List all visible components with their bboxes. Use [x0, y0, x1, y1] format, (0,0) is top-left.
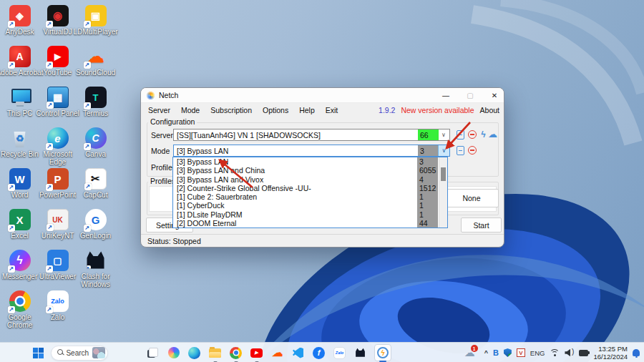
desktop-icon-powerpoint[interactable]: P↗PowerPoint — [39, 165, 77, 206]
thispc-icon — [9, 87, 31, 108]
mode-option-label: [2] Counter-Strike Global Offensive -UU- — [173, 184, 311, 192]
mode-option[interactable]: [3] Bypass LAN and China6055 — [173, 166, 447, 175]
menu-about[interactable]: About — [480, 106, 499, 114]
desktop-icon-ldmultiplayer[interactable]: ▣↗LDMultiPlayer — [77, 2, 114, 43]
menu-mode[interactable]: Mode — [181, 106, 200, 114]
server-value: [SS][TuanAnh4G] VN 1 [SHADOWSOCKS] — [177, 131, 321, 140]
taskbar-search[interactable]: Search — [51, 346, 108, 361]
mode-option[interactable]: [3] Bypass LAN and Vivox4 — [173, 175, 447, 184]
desktop-icon-canva[interactable]: C↗Canva — [77, 124, 114, 165]
close-button[interactable]: ✕ — [489, 90, 500, 101]
tray-expand-icon[interactable]: ^ — [484, 349, 488, 356]
taskbar-edge-icon[interactable] — [187, 346, 201, 360]
v-app-tray-icon[interactable]: V — [517, 348, 525, 357]
mode-option-count: 1 — [419, 192, 438, 201]
minimize-button[interactable]: — — [440, 90, 452, 101]
language-indicator[interactable]: ENG — [530, 349, 545, 357]
scrollbar-thumb[interactable] — [441, 167, 446, 181]
shortcut-arrow-icon: ↗ — [8, 225, 15, 232]
battery-icon[interactable] — [579, 350, 588, 356]
clock[interactable]: 13:25 PM 16/12/2024 — [593, 345, 628, 361]
taskbar-vscode-icon[interactable] — [291, 346, 305, 360]
dropdown-scrollbar[interactable] — [439, 157, 447, 228]
menu-options[interactable]: Options — [263, 106, 288, 114]
notification-bell-icon[interactable] — [633, 349, 640, 356]
mode-option[interactable]: [3] Bypass LAN3 — [173, 157, 447, 166]
taskbar-chrome-icon[interactable] — [229, 346, 243, 360]
desktop-icon-controlpanel[interactable]: ▦↗Control Panel — [39, 84, 77, 124]
anydesk-icon: ◈↗ — [9, 5, 31, 26]
menu-help[interactable]: Help — [299, 106, 315, 114]
title-bar[interactable]: Netch — ▢ ✕ — [141, 88, 504, 103]
desktop-icon-acrobat[interactable]: A↗Adobe Acrobat — [1, 43, 39, 84]
desktop-icon-virtualdj[interactable]: ◉↗VirtualDJ — [39, 2, 77, 43]
maximize-button[interactable]: ▢ — [464, 90, 476, 101]
menu-server[interactable]: Server — [148, 106, 170, 114]
mode-combobox[interactable]: [3] Bypass LAN 3 ∨ — [173, 145, 450, 157]
mode-dropdown-list[interactable]: [3] Bypass LAN3[3] Bypass LAN and China6… — [172, 157, 448, 228]
messenger-icon: ϟ↗ — [9, 250, 31, 271]
start-button-icon[interactable] — [33, 348, 44, 358]
server-edit-icon[interactable] — [457, 130, 464, 140]
onedrive-icon[interactable]: ☁1 — [464, 346, 475, 359]
taskbar-task-view-icon[interactable] — [146, 346, 160, 360]
chevron-down-icon[interactable]: ∨ — [438, 129, 449, 140]
netch-logo-icon — [147, 92, 155, 99]
taskbar-youtube-icon[interactable]: ▶ — [250, 346, 263, 360]
desktop-icon-ultraviewer[interactable]: ▢↗UltraViewer — [39, 247, 77, 288]
mode-option-count: 44 — [419, 219, 438, 228]
desktop-icon-termius[interactable]: T↗Termius — [77, 84, 114, 124]
taskbar-soundcloud-icon[interactable]: ☁ — [270, 346, 284, 360]
profile-none-button[interactable]: None — [444, 189, 499, 207]
wifi-icon[interactable] — [550, 349, 560, 357]
desktop-icon-messenger[interactable]: ϟ↗Messenger — [1, 247, 39, 288]
desktop-icon-edge[interactable]: e↗Microsoft Edge — [39, 124, 77, 165]
security-shield-icon[interactable] — [504, 348, 512, 357]
status-bar: Status: Stopped — [141, 234, 504, 247]
desktop-icon-zalo[interactable]: Zalo↗Zalo — [39, 288, 77, 328]
mode-option[interactable]: [1] CyberDuck1 — [173, 201, 447, 210]
mode-option[interactable]: [1] DLsite PlayDRM1 — [173, 210, 447, 219]
chevron-down-icon[interactable]: ∨ — [438, 145, 449, 156]
desktop-icon-recyclebin[interactable]: ♻Recycle Bin — [1, 124, 39, 165]
start-button[interactable]: Start — [461, 217, 502, 233]
desktop-icon-soundcloud[interactable]: ☁↗SoundCloud — [77, 43, 114, 84]
recyclebin-glyph: ♻ — [9, 127, 31, 149]
desktop-icon-genlogin[interactable]: G↗GenLogin — [77, 206, 114, 247]
desktop-icon-unikey[interactable]: UK↗UniKeyNT — [39, 206, 77, 247]
desktop-icon-capcut[interactable]: ✂↗CapCut — [77, 165, 114, 206]
desktop-icon-word[interactable]: W↗Word — [1, 165, 39, 206]
bluetooth-icon[interactable]: B — [493, 348, 499, 357]
mode-option[interactable]: [2] DOOM Eternal44 — [173, 219, 447, 228]
server-copy-icon[interactable]: ☁ — [488, 129, 497, 139]
tray-time: 13:25 PM — [593, 345, 628, 353]
mode-edit-icon[interactable] — [457, 146, 464, 155]
taskbar-netch-icon[interactable]: ϟ — [374, 344, 391, 361]
server-speedtest-icon[interactable]: ϟ — [479, 129, 488, 139]
mode-option[interactable]: [2] Counter-Strike Global Offensive -UU-… — [173, 184, 447, 192]
shortcut-arrow-icon: ↗ — [8, 184, 15, 191]
tray-date: 16/12/2024 — [593, 353, 628, 361]
menu-exit[interactable]: Exit — [326, 106, 338, 114]
search-highlight-image[interactable] — [92, 347, 105, 358]
desktop-icon-thispc[interactable]: This PC — [1, 84, 39, 124]
taskbar-zalo-icon[interactable]: Zalo — [333, 346, 346, 360]
desktop-icon-youtube[interactable]: ▶↗YouTube — [39, 43, 77, 84]
menu-subscription[interactable]: Subscription — [210, 106, 252, 114]
taskbar-clash-icon[interactable] — [353, 346, 367, 360]
taskbar-facebook-icon[interactable]: f — [312, 346, 326, 360]
volume-icon[interactable] — [565, 349, 574, 357]
mode-option-count: 6055 — [419, 166, 438, 175]
server-combobox[interactable]: [SS][TuanAnh4G] VN 1 [SHADOWSOCKS] 66 ∨ — [173, 129, 450, 141]
desktop-icon-chrome[interactable]: ↗Google Chrome — [1, 288, 39, 328]
desktop-icon-clash[interactable]: ↗Clash for Windows — [77, 247, 114, 288]
desktop-icon-excel[interactable]: X↗Excel — [1, 206, 39, 247]
update-notice[interactable]: New version available — [401, 106, 474, 114]
mode-delete-icon[interactable] — [468, 146, 477, 155]
mode-option-label: [3] Bypass LAN and China — [173, 166, 265, 175]
taskbar-file-explorer-icon[interactable] — [208, 346, 222, 360]
desktop-icon-anydesk[interactable]: ◈↗AnyDesk — [1, 2, 39, 43]
server-delete-icon[interactable] — [468, 130, 477, 139]
taskbar-copilot-icon[interactable] — [167, 346, 180, 360]
mode-option[interactable]: [1] Cube 2: Sauerbraten1 — [173, 192, 447, 201]
